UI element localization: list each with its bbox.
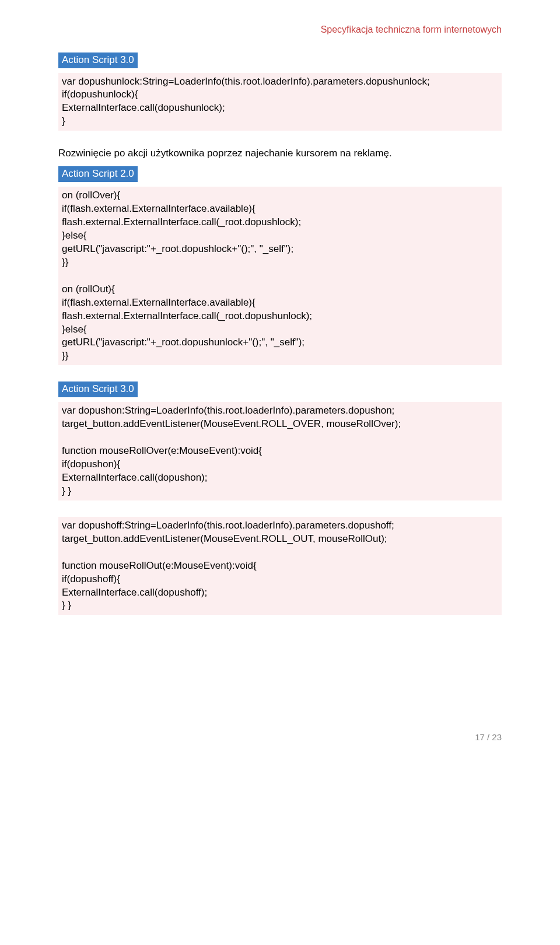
section-1: Action Script 3.0 var dopushunlock:Strin… bbox=[58, 52, 502, 131]
code-block-2: on (rollOver){ if(flash.external.Externa… bbox=[58, 187, 502, 365]
code-block-1: var dopushunlock:String=LoaderInfo(this.… bbox=[58, 73, 502, 131]
action-script-tag-3: Action Script 3.0 bbox=[58, 382, 138, 397]
section-3: Action Script 3.0 var dopushon:String=Lo… bbox=[58, 382, 502, 615]
action-script-tag-1: Action Script 3.0 bbox=[58, 52, 138, 68]
section-2: Action Script 2.0 on (rollOver){ if(flas… bbox=[58, 166, 502, 365]
action-script-tag-2: Action Script 2.0 bbox=[58, 166, 138, 182]
page-header-title: Specyfikacja techniczna form internetowy… bbox=[58, 23, 502, 36]
code-block-3b: var dopushoff:String=LoaderInfo(this.roo… bbox=[58, 517, 502, 615]
page-footer: 17 / 23 bbox=[58, 732, 502, 743]
code-block-3a: var dopushon:String=LoaderInfo(this.root… bbox=[58, 402, 502, 501]
intro-text: Rozwinięcie po akcji użytkownika poprzez… bbox=[58, 147, 502, 160]
